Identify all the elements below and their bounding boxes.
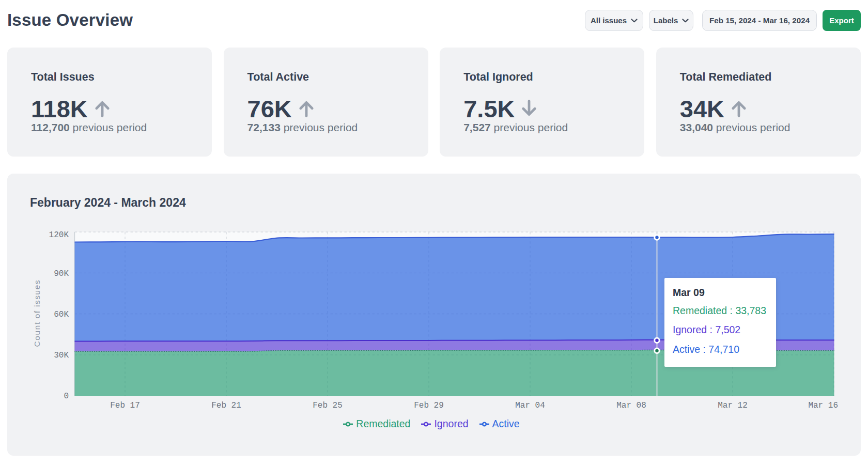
svg-text:Mar 16: Mar 16 [808,401,838,410]
svg-text:Feb 29: Feb 29 [414,401,444,410]
svg-text:30K: 30K [54,351,69,360]
svg-text:120K: 120K [49,230,69,240]
svg-text:Feb 25: Feb 25 [313,401,343,410]
svg-text:Mar 08: Mar 08 [616,401,646,410]
svg-text:60K: 60K [54,310,69,319]
svg-text:Mar 12: Mar 12 [718,401,748,410]
svg-text:Feb 21: Feb 21 [211,401,241,410]
svg-text:0: 0 [64,392,69,401]
svg-text:90K: 90K [54,269,69,278]
svg-text:Count of issues: Count of issues [33,280,41,347]
svg-text:Feb 17: Feb 17 [110,401,140,410]
svg-text:Mar 04: Mar 04 [515,401,545,410]
